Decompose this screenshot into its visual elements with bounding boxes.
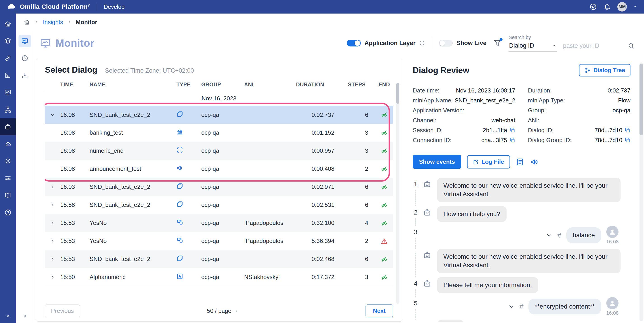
dialog-row[interactable]: 15:50 Alphanumeric ocp-qa NStakhovskyi 0… <box>45 268 393 286</box>
sip-messages-icon-button[interactable] <box>516 158 524 166</box>
expand-row-icon[interactable] <box>50 202 55 208</box>
insights-nav-reports[interactable] <box>18 52 31 64</box>
expand-row-icon[interactable] <box>50 184 55 190</box>
search-type-select[interactable]: Dialog ID <box>508 41 557 52</box>
sidebar-item-miniapps[interactable] <box>0 118 16 135</box>
dialog-row[interactable]: 16:03 SND_bank_test_e2e_2 ocp-qa 0:02.97… <box>45 178 393 196</box>
next-page-button[interactable]: Next <box>366 305 393 317</box>
call-end-ok-icon <box>381 220 388 227</box>
monitor-title-icon <box>40 37 51 49</box>
search-input[interactable] <box>563 42 617 49</box>
dialog-row[interactable]: 15:58 SND_bank_test_e2e_2 ocp-qa 0:02.53… <box>45 196 393 214</box>
column-header-type[interactable]: TYPE <box>176 82 200 88</box>
sidebar-item-integrations[interactable] <box>0 50 16 67</box>
info-icon[interactable] <box>419 40 425 46</box>
filter-button[interactable] <box>493 39 502 47</box>
log-file-button[interactable]: Log File <box>467 155 510 168</box>
notifications-bell-icon[interactable] <box>604 3 611 10</box>
expand-row-icon[interactable] <box>50 112 55 117</box>
dialog-row[interactable]: 15:53 YesNo ocp-qa IPapadopoulos 5:36.39… <box>45 232 393 250</box>
table-scrollbar[interactable] <box>396 83 400 304</box>
sidebar-item-dashboards[interactable] <box>0 84 16 101</box>
insights-nav-monitor[interactable] <box>18 35 31 47</box>
dialog-row[interactable]: 16:08 banking_test ocp-qa 0:01.152 3 <box>45 124 393 142</box>
call-end-ok-icon <box>381 202 388 208</box>
topbar: Omilia Cloud Platform® Develop MM <box>0 0 644 13</box>
cell-group: ocp-qa <box>200 129 243 136</box>
hash-icon[interactable]: # <box>557 231 562 240</box>
dialog-row[interactable]: 16:08 announcement_test ocp-qa 0:00.408 … <box>45 160 393 178</box>
bot-icon <box>423 180 432 189</box>
column-header-name[interactable]: NAME <box>89 82 176 88</box>
cell-name: SND_bank_test_e2e_2 <box>89 201 176 208</box>
page-scrollbar[interactable] <box>640 62 643 321</box>
breadcrumb-current: Monitor <box>76 19 97 26</box>
expand-row-icon[interactable] <box>50 275 55 280</box>
cell-group: ocp-qa <box>200 165 243 172</box>
breadcrumb-home-icon[interactable] <box>24 19 30 25</box>
page-size-select[interactable]: 50 / page <box>207 308 238 315</box>
toolbar-divider <box>432 38 432 48</box>
sidebar-item-automation[interactable] <box>0 152 16 170</box>
bot-bubble: Please tell me your information. <box>437 277 538 293</box>
dialog-tree-button[interactable]: Dialog Tree <box>579 64 630 76</box>
show-events-button[interactable]: Show events <box>413 155 461 169</box>
person-icon <box>608 228 616 236</box>
column-header-end[interactable]: END <box>374 82 393 88</box>
column-header-time[interactable]: TIME <box>59 82 89 88</box>
sidebar-item-support[interactable] <box>0 204 16 221</box>
column-header-duration[interactable]: DURATION <box>295 82 347 88</box>
dialog-row[interactable]: 16:08 SND_bank_test_e2e_2 ocp-qa 0:02.73… <box>45 106 393 124</box>
collapse-message-icon[interactable] <box>546 232 552 238</box>
primary-rail-collapse-button[interactable]: » <box>0 309 16 323</box>
cell-group: ocp-qa <box>200 183 243 190</box>
application-layer-toggle[interactable] <box>347 40 361 46</box>
bank-type-icon <box>176 129 183 135</box>
monitor-chart-icon <box>4 89 12 96</box>
column-header-ani[interactable]: ANI <box>243 82 295 88</box>
copy-icon[interactable] <box>510 127 516 133</box>
insights-nav-export[interactable] <box>18 69 31 82</box>
copy-icon[interactable] <box>624 137 630 143</box>
cell-time: 16:08 <box>59 147 89 154</box>
sidebar-item-deployments[interactable] <box>0 135 16 152</box>
audio-icon-button[interactable] <box>530 158 539 166</box>
expand-row-icon[interactable] <box>50 220 55 226</box>
dialog-review-panel: Dialog Review Dialog Tree Date time: Nov… <box>413 59 638 322</box>
sidebar-item-orchestrator[interactable] <box>0 101 16 118</box>
ruler-icon <box>4 72 12 79</box>
avatar[interactable]: MM <box>617 2 627 11</box>
expand-row-icon[interactable] <box>50 238 55 244</box>
sidebar-item-analytics[interactable] <box>0 67 16 84</box>
sidebar-item-documentation[interactable] <box>0 187 16 204</box>
copy-icon[interactable] <box>510 137 516 143</box>
sidebar-item-home[interactable] <box>0 15 16 32</box>
detail-row: Session ID: 2b1...1ffa <box>413 125 516 135</box>
copy-icon[interactable] <box>624 127 630 133</box>
insights-rail-collapse-button[interactable]: » <box>23 312 27 323</box>
sidebar-item-settings[interactable] <box>0 170 16 187</box>
detail-value: web-chat <box>492 117 516 124</box>
dialog-row[interactable]: 15:53 YesNo ocp-qa IPapadopoulos 0:32.10… <box>45 214 393 232</box>
collapse-message-icon[interactable] <box>508 303 514 310</box>
dialog-row[interactable]: 16:08 numeric_enc ocp-qa 0:00.957 3 <box>45 142 393 160</box>
expand-row-icon[interactable] <box>50 257 55 262</box>
page-scrollbar-thumb[interactable] <box>640 64 643 135</box>
sidebar-item-applications[interactable] <box>0 32 16 50</box>
breadcrumb-insights-link[interactable]: Insights <box>43 19 63 26</box>
column-header-steps[interactable]: STEPS <box>347 82 374 88</box>
download-icon <box>21 72 28 79</box>
show-live-toggle[interactable] <box>439 40 453 46</box>
apps-icon[interactable] <box>590 3 597 10</box>
avatar-caret-icon[interactable] <box>633 5 637 9</box>
step-number: 1 <box>413 178 418 188</box>
hash-icon[interactable]: # <box>520 302 524 311</box>
cell-duration: 0:00.957 <box>295 147 347 154</box>
dialog-row[interactable]: 15:53 SND_bank_test_e2e_2 ocp-qa 0:02.46… <box>45 250 393 268</box>
column-header-group[interactable]: GROUP <box>200 82 243 88</box>
search-icon[interactable] <box>628 42 634 49</box>
table-scrollbar-thumb[interactable] <box>396 83 400 104</box>
cell-name: numeric_enc <box>89 147 176 154</box>
previous-page-button[interactable]: Previous <box>45 305 80 317</box>
omilia-logo-icon <box>7 2 16 11</box>
